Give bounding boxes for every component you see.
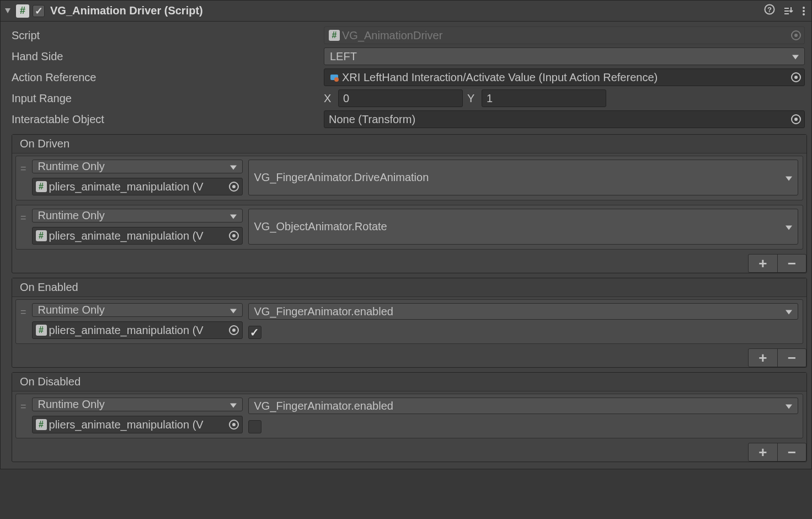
event-listener-item: = Runtime Only # pliers_animate_manipula… xyxy=(15,156,803,200)
actionref-label: Action Reference xyxy=(12,69,318,86)
svg-point-10 xyxy=(803,13,805,15)
call-state-dropdown[interactable]: Runtime Only xyxy=(32,209,243,223)
inputrange-y-field[interactable]: 1 xyxy=(482,89,606,107)
component-header[interactable]: # VG_Animation Driver (Script) ? xyxy=(1,1,811,22)
event-target-field[interactable]: # pliers_animate_manipulation (V xyxy=(32,178,243,195)
actionref-field[interactable]: XRI LeftHand Interaction/Activate Value … xyxy=(324,68,805,86)
component-enabled-checkbox[interactable] xyxy=(33,5,45,17)
svg-point-8 xyxy=(803,7,805,9)
preset-icon[interactable] xyxy=(783,6,794,17)
event-listener-item: = Runtime Only # pliers_animate_manipula… xyxy=(15,299,803,344)
add-listener-button[interactable]: + xyxy=(749,349,778,367)
add-remove-buttons: + − xyxy=(748,254,806,273)
event-target-field[interactable]: # pliers_animate_manipulation (V xyxy=(32,416,243,433)
csharp-icon: # xyxy=(36,181,47,192)
event-header: On Disabled xyxy=(12,373,806,391)
drag-handle-icon[interactable]: = xyxy=(20,209,26,245)
add-listener-button[interactable]: + xyxy=(749,255,778,272)
object-picker-icon[interactable] xyxy=(229,420,239,430)
event-listener-item: = Runtime Only # pliers_animate_manipula… xyxy=(15,205,803,250)
csharp-icon: # xyxy=(36,419,47,430)
foldout-icon[interactable] xyxy=(5,8,10,13)
script-icon: # xyxy=(16,4,29,18)
event-header: On Driven xyxy=(12,135,806,153)
call-state-dropdown[interactable]: Runtime Only xyxy=(32,160,243,173)
svg-point-9 xyxy=(803,10,805,12)
csharp-icon: # xyxy=(36,230,47,241)
y-label: Y xyxy=(467,92,477,105)
handside-dropdown[interactable]: LEFT xyxy=(324,47,805,65)
handside-label: Hand Side xyxy=(12,48,318,65)
bool-arg-checkbox[interactable] xyxy=(248,326,261,339)
event-method-dropdown[interactable]: VG_ObjectAnimator.Rotate xyxy=(248,209,798,245)
event-target-field[interactable]: # pliers_animate_manipulation (V xyxy=(32,321,243,339)
remove-listener-button[interactable]: − xyxy=(778,349,806,367)
add-remove-buttons: + − xyxy=(748,443,806,462)
x-label: X xyxy=(324,92,334,105)
object-picker-icon[interactable] xyxy=(229,325,239,335)
remove-listener-button[interactable]: − xyxy=(778,443,806,461)
inputrange-label: Input Range xyxy=(12,90,318,107)
add-listener-button[interactable]: + xyxy=(749,443,778,461)
event-header: On Enabled xyxy=(12,278,806,297)
more-icon[interactable] xyxy=(802,6,806,17)
event-section-ondriven: On Driven = Runtime Only # pliers_animat… xyxy=(12,134,807,273)
add-remove-buttons: + − xyxy=(748,348,806,367)
event-section-ondisabled: On Disabled = Runtime Only # pliers_anim… xyxy=(12,372,807,462)
event-section-onenabled: On Enabled = Runtime Only # pliers_anima… xyxy=(12,278,807,368)
interactableobj-field[interactable]: None (Transform) xyxy=(324,110,805,128)
object-picker-icon[interactable] xyxy=(229,182,239,192)
input-action-icon xyxy=(329,72,340,83)
script-field: # VG_AnimationDriver xyxy=(324,27,805,44)
event-method-dropdown[interactable]: VG_FingerAnimator.enabled xyxy=(248,303,798,320)
drag-handle-icon[interactable]: = xyxy=(20,398,26,433)
event-target-field[interactable]: # pliers_animate_manipulation (V xyxy=(32,227,243,245)
bool-arg-checkbox[interactable] xyxy=(248,420,261,433)
drag-handle-icon[interactable]: = xyxy=(20,303,26,339)
inputrange-x-field[interactable]: 0 xyxy=(338,89,463,107)
event-listener-item: = Runtime Only # pliers_animate_manipula… xyxy=(15,394,803,438)
call-state-dropdown[interactable]: Runtime Only xyxy=(32,398,243,411)
csharp-icon: # xyxy=(329,30,340,41)
drag-handle-icon[interactable]: = xyxy=(20,160,26,195)
object-picker-icon[interactable] xyxy=(229,231,239,241)
help-icon[interactable]: ? xyxy=(764,4,775,18)
object-picker-icon[interactable] xyxy=(791,114,801,124)
object-picker-icon[interactable] xyxy=(791,72,801,82)
event-method-dropdown[interactable]: VG_FingerAnimator.DriveAnimation xyxy=(248,160,798,195)
csharp-icon: # xyxy=(36,325,47,336)
event-method-dropdown[interactable]: VG_FingerAnimator.enabled xyxy=(248,398,798,414)
interactableobj-label: Interactable Object xyxy=(12,111,318,128)
remove-listener-button[interactable]: − xyxy=(778,255,806,272)
component-title: VG_Animation Driver (Script) xyxy=(50,4,761,17)
svg-point-12 xyxy=(334,77,339,82)
script-label: Script xyxy=(12,27,318,44)
svg-text:?: ? xyxy=(767,6,772,14)
object-picker-icon xyxy=(791,30,801,40)
call-state-dropdown[interactable]: Runtime Only xyxy=(32,303,243,317)
